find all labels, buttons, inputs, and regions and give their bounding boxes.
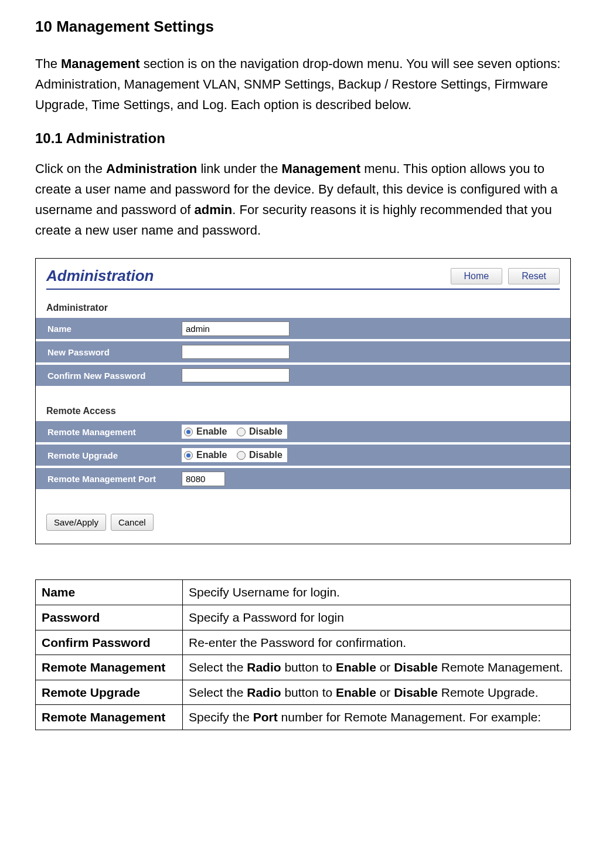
desc-val: Select the Radio button to Enable or Dis… (183, 655, 571, 680)
confirm-password-label: Confirm New Password (36, 365, 179, 386)
intro-paragraph: The Management section is on the navigat… (35, 53, 571, 116)
desc-val: Specify Username for login. (183, 580, 571, 605)
rm-enable-radio[interactable] (184, 428, 193, 436)
desc-val: Specify the Port number for Remote Manag… (183, 705, 571, 730)
desc-tail: Remote Management. (438, 660, 563, 674)
desc-tail: Remote Upgrade. (438, 686, 539, 699)
intro-bold: Management (61, 56, 139, 71)
admin-paragraph: Click on the Administration link under t… (35, 158, 571, 241)
admin-p2: link under the (197, 161, 281, 176)
confirm-password-row: Confirm New Password (36, 365, 570, 386)
confirm-password-input[interactable] (182, 368, 290, 382)
desc-bold: Enable (336, 686, 376, 699)
ru-enable-label: Enable (196, 450, 227, 460)
name-input[interactable]: admin (182, 321, 290, 336)
rm-disable-label: Disable (249, 426, 282, 437)
desc-key: Remote Management (36, 705, 183, 730)
remote-management-port-row: Remote Management Port 8080 (36, 468, 570, 489)
remote-access-section-label: Remote Access (36, 406, 570, 419)
rm-enable-label: Enable (196, 426, 227, 437)
desc-key: Remote Upgrade (36, 680, 183, 705)
header-divider (46, 289, 560, 290)
table-row: Remote Upgrade Select the Radio button t… (36, 680, 571, 705)
remote-upgrade-row: Remote Upgrade Enable Disable (36, 445, 570, 466)
remote-management-row: Remote Management Enable Disable (36, 421, 570, 442)
desc-val: Specify a Password for login (183, 605, 571, 630)
rm-disable-radio[interactable] (237, 428, 246, 436)
remote-upgrade-label: Remote Upgrade (36, 445, 179, 466)
admin-b3: admin (195, 202, 233, 217)
desc-bold: Port (253, 710, 278, 724)
desc-key: Confirm Password (36, 630, 183, 655)
cancel-button[interactable]: Cancel (111, 514, 154, 531)
new-password-input[interactable] (182, 345, 290, 359)
remote-management-port-input[interactable]: 8080 (182, 472, 225, 486)
desc-key: Name (36, 580, 183, 605)
section-heading: 10 Management Settings (35, 18, 571, 36)
admin-b2: Management (282, 161, 360, 176)
ru-disable-radio[interactable] (237, 451, 246, 460)
table-row: Remote Management Specify the Port numbe… (36, 705, 571, 730)
name-label: Name (36, 318, 179, 339)
administrator-section-label: Administrator (36, 303, 570, 316)
new-password-label: New Password (36, 341, 179, 362)
desc-key: Remote Management (36, 655, 183, 680)
description-table: Name Specify Username for login. Passwor… (35, 579, 571, 730)
desc-bold: Disable (394, 660, 438, 674)
table-row: Confirm Password Re-enter the Password f… (36, 630, 571, 655)
subsection-heading: 10.1 Administration (35, 130, 571, 147)
desc-bold: Disable (394, 686, 438, 699)
name-row: Name admin (36, 318, 570, 339)
desc-bold: Radio (247, 660, 281, 674)
save-apply-button[interactable]: Save/Apply (46, 514, 106, 531)
admin-ui-panel: Administration Home Reset Administrator … (35, 258, 571, 544)
remote-management-label: Remote Management (36, 421, 179, 442)
desc-val: Re-enter the Password for confirmation. (183, 630, 571, 655)
intro-pre: The (35, 56, 61, 71)
admin-b1: Administration (106, 161, 197, 176)
table-row: Name Specify Username for login. (36, 580, 571, 605)
admin-p1: Click on the (35, 161, 106, 176)
desc-val: Select the Radio button to Enable or Dis… (183, 680, 571, 705)
desc-tail: number for Remote Management. For exampl… (278, 710, 541, 724)
desc-key: Password (36, 605, 183, 630)
desc-bold: Radio (247, 686, 281, 699)
ru-enable-radio[interactable] (184, 451, 193, 460)
panel-title: Administration (46, 267, 154, 285)
reset-button[interactable]: Reset (508, 268, 560, 284)
table-row: Password Specify a Password for login (36, 605, 571, 630)
new-password-row: New Password (36, 341, 570, 362)
desc-bold: Enable (336, 660, 376, 674)
table-row: Remote Management Select the Radio butto… (36, 655, 571, 680)
ru-disable-label: Disable (249, 450, 282, 460)
home-button[interactable]: Home (451, 268, 503, 284)
remote-management-port-label: Remote Management Port (36, 468, 179, 489)
